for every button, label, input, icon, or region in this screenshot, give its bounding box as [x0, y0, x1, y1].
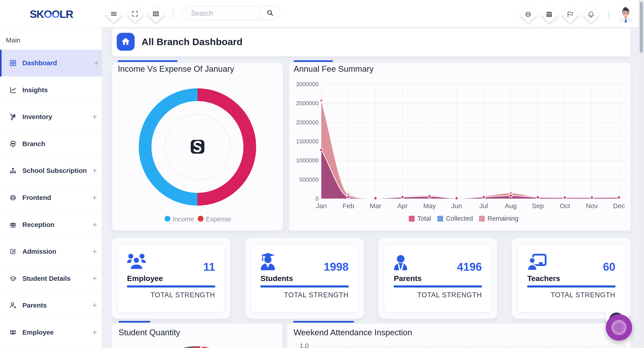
svg-text:Aug: Aug [505, 202, 516, 209]
svg-text:Jul: Jul [480, 202, 488, 209]
svg-text:Feb: Feb [342, 202, 354, 209]
svg-text:Sep: Sep [532, 202, 544, 209]
svg-text:Collected: Collected [446, 215, 473, 222]
svg-text:3000000: 3000000 [296, 81, 319, 88]
svg-text:1500000: 1500000 [296, 138, 319, 145]
svg-text:0: 0 [316, 195, 319, 202]
svg-text:Dec: Dec [613, 202, 625, 209]
svg-text:Mar: Mar [370, 202, 381, 209]
svg-text:1000000: 1000000 [296, 157, 319, 164]
svg-text:Jun: Jun [451, 202, 462, 209]
svg-text:May: May [423, 202, 436, 209]
svg-text:2000000: 2000000 [296, 119, 319, 126]
svg-text:Total: Total [417, 215, 431, 222]
svg-text:Jan: Jan [316, 202, 327, 209]
svg-text:500000: 500000 [299, 176, 319, 183]
svg-text:Nov: Nov [586, 202, 598, 209]
svg-text:Apr: Apr [397, 202, 408, 209]
svg-text:Oct: Oct [560, 202, 570, 209]
svg-text:Remaining: Remaining [488, 215, 518, 222]
svg-text:2500000: 2500000 [296, 100, 319, 107]
